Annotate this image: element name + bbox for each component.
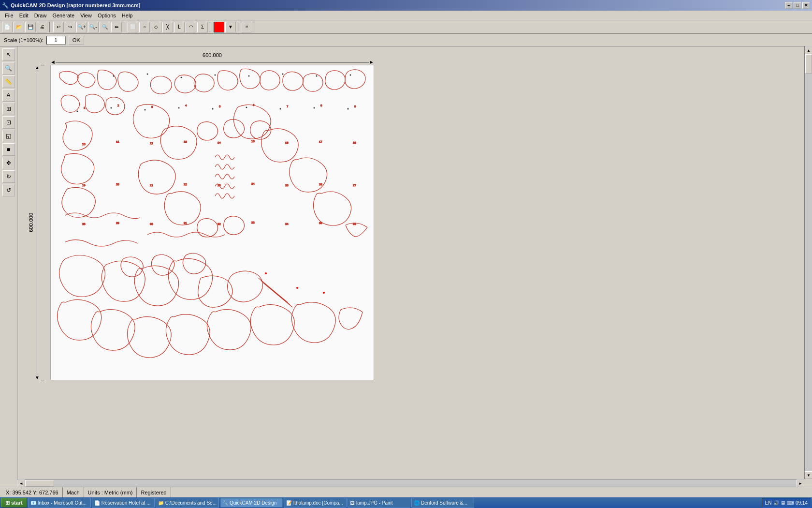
- taskbar-item-4[interactable]: 📝 ltholamp.doc [Compa...: [284, 498, 347, 508]
- tool-text[interactable]: A: [2, 89, 15, 102]
- scrollbar-v-thumb[interactable]: [805, 54, 812, 74]
- scrollbar-v-up[interactable]: ▲: [805, 46, 812, 54]
- toolbar-zoom-in[interactable]: 🔍+: [76, 22, 87, 32]
- toolbar-print[interactable]: 🖨: [37, 22, 47, 32]
- toolbar-zoom-prev[interactable]: ⬅: [111, 22, 122, 32]
- taskbar-label-2: C:\Documents and Se...: [165, 500, 217, 506]
- tb-sep1: [49, 22, 51, 32]
- svg-text:20: 20: [116, 183, 119, 186]
- svg-text:26: 26: [319, 183, 322, 186]
- svg-text:36: 36: [353, 223, 356, 225]
- minimize-button[interactable]: –: [785, 2, 793, 9]
- tool-rotate[interactable]: ↻: [2, 170, 15, 183]
- toolbar-line[interactable]: L: [174, 22, 185, 32]
- window-title: QuickCAM 2D Design [raptor numbered 3mm.…: [11, 2, 140, 8]
- menu-help[interactable]: Help: [119, 12, 136, 19]
- canvas-area[interactable]: 600.000 ◄ ► 600.000 ▲ ▼: [17, 46, 812, 487]
- scale-ok-button[interactable]: OK: [69, 36, 84, 45]
- taskbar-icon-3: 🔧: [222, 500, 228, 506]
- dim-v-label: 600.000: [28, 213, 34, 232]
- tb-sep4: [238, 22, 240, 32]
- tool-measure[interactable]: 📏: [2, 75, 15, 88]
- taskbar-icon-2: 📁: [158, 500, 164, 506]
- tool-snap[interactable]: ⊞: [2, 103, 15, 115]
- svg-text:13: 13: [184, 140, 187, 143]
- scale-bar: Scale (1=100%): OK: [0, 34, 812, 46]
- toolbar-cross[interactable]: ╳: [162, 22, 173, 32]
- toolbar-save[interactable]: 💾: [25, 22, 36, 32]
- scale-input[interactable]: [46, 36, 66, 45]
- svg-text:6: 6: [253, 104, 255, 106]
- scrollbar-h-thumb[interactable]: [25, 480, 54, 487]
- tool-move[interactable]: ✥: [2, 157, 15, 169]
- app-icon: 🔧: [2, 2, 9, 9]
- scrollbar-v-down[interactable]: ▼: [805, 471, 812, 479]
- toolbar-rect[interactable]: ⬜: [128, 22, 138, 32]
- menu-file[interactable]: File: [2, 12, 16, 19]
- tool-layer[interactable]: ◱: [2, 130, 15, 142]
- close-button[interactable]: ✕: [802, 2, 810, 9]
- toolbar-undo[interactable]: ↩: [53, 22, 64, 32]
- toolbar-layers[interactable]: ≡: [242, 22, 252, 32]
- svg-point-0: [113, 75, 115, 77]
- horizontal-scrollbar[interactable]: ◄ ►: [17, 479, 804, 487]
- tool-grid[interactable]: ⊡: [2, 116, 15, 129]
- taskbar-item-0[interactable]: 📧 Inbox - Microsoft Out...: [28, 498, 91, 508]
- toolbar-diamond[interactable]: ◇: [151, 22, 161, 32]
- dim-v-line: 600.000 ▲ ▼: [28, 65, 44, 380]
- toolbar-circle[interactable]: ○: [139, 22, 150, 32]
- tool-undo-step[interactable]: ↺: [2, 184, 15, 196]
- drawing-board[interactable]: 1 2 3 4 5 6 7 8 9 10 11 12 13 14 15 16 1: [50, 65, 374, 380]
- taskbar-item-6[interactable]: 🌐 Denford Software &...: [411, 498, 474, 508]
- toolbar-open[interactable]: 📂: [14, 22, 24, 32]
- menu-edit[interactable]: Edit: [16, 12, 31, 19]
- svg-text:18: 18: [353, 141, 356, 144]
- svg-point-13: [246, 107, 247, 108]
- toolbar-new[interactable]: 📄: [2, 22, 13, 32]
- taskbar-item-5[interactable]: 🖼 lamp.JPG - Paint: [348, 498, 410, 508]
- toolbar-text[interactable]: Σ: [197, 22, 208, 32]
- title-bar-controls: – □ ✕: [785, 2, 810, 9]
- toolbar-redo[interactable]: ↪: [65, 22, 75, 32]
- taskbar-icon-0: 📧: [30, 500, 36, 506]
- svg-point-15: [314, 107, 315, 109]
- toolbar-zoom-all[interactable]: 🔍: [100, 22, 110, 32]
- start-button[interactable]: ⊞ start: [1, 498, 27, 508]
- taskbar: ⊞ start 📧 Inbox - Microsoft Out... 📄 Res…: [0, 497, 812, 508]
- menu-generate[interactable]: Generate: [49, 12, 77, 19]
- toolbar-color[interactable]: [214, 22, 224, 32]
- taskbar-item-3[interactable]: 🔧 QuickCAM 2D Design: [220, 498, 283, 508]
- svg-point-2: [181, 77, 182, 78]
- tool-select[interactable]: ↖: [2, 48, 15, 61]
- svg-point-7: [350, 75, 351, 76]
- taskbar-icon-5: 🖼: [350, 500, 355, 506]
- tool-fill[interactable]: ■: [2, 143, 15, 156]
- svg-text:34: 34: [285, 223, 289, 225]
- svg-text:22: 22: [184, 183, 187, 186]
- menu-options[interactable]: Options: [95, 12, 119, 19]
- svg-text:14: 14: [218, 141, 221, 144]
- scrollbar-h-left[interactable]: ◄: [17, 479, 25, 487]
- vertical-scrollbar[interactable]: ▲ ▼: [804, 46, 812, 479]
- toolbar-arc[interactable]: ◠: [186, 22, 196, 32]
- scrollbar-h-right[interactable]: ►: [797, 479, 804, 487]
- menu-view[interactable]: View: [77, 12, 95, 19]
- taskbar-item-1[interactable]: 📄 Reservation Hotel at ...: [92, 498, 155, 508]
- menu-draw[interactable]: Draw: [31, 12, 50, 19]
- status-mach: Mach: [63, 487, 84, 497]
- maximize-button[interactable]: □: [794, 2, 801, 9]
- toolbar-color-dropdown[interactable]: ▼: [225, 22, 236, 32]
- svg-point-5: [282, 74, 284, 75]
- svg-point-6: [316, 75, 318, 77]
- toolbar-zoom-out[interactable]: 🔍-: [88, 22, 99, 32]
- svg-point-10: [145, 109, 146, 111]
- tb-sep2: [124, 22, 126, 32]
- dim-h-label: 600.000: [203, 52, 222, 58]
- svg-text:19: 19: [82, 184, 86, 187]
- system-tray: EN 🔊 🖥 ⌨ 09:14: [762, 498, 812, 508]
- taskbar-icon-1: 📄: [94, 500, 100, 506]
- taskbar-label-3: QuickCAM 2D Design: [230, 500, 276, 506]
- taskbar-item-2[interactable]: 📁 C:\Documents and Se...: [156, 498, 219, 508]
- tool-zoom[interactable]: 🔍: [2, 62, 15, 75]
- svg-text:3: 3: [151, 105, 153, 108]
